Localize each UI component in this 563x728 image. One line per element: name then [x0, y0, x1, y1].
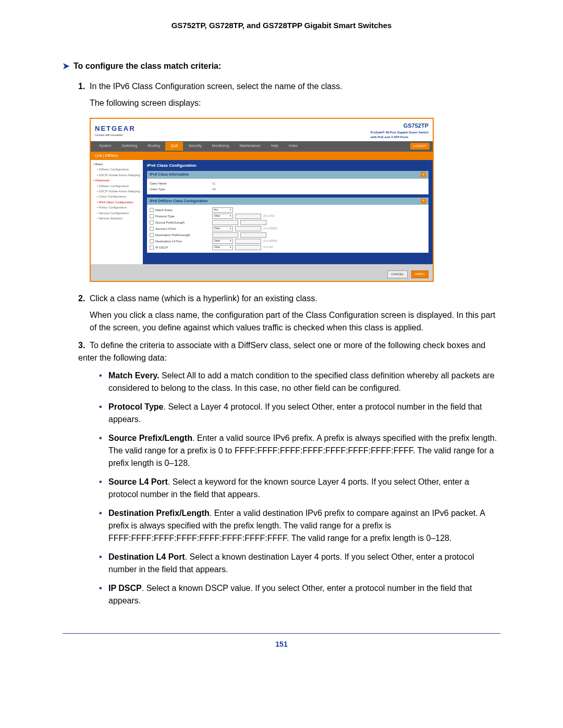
protocol-type-checkbox[interactable] — [150, 214, 154, 218]
ss-content: IPv6 Class Configuration IPv6 Class Info… — [143, 160, 433, 264]
ss-body: • Basic • Diffserv Configuration • DSCP … — [91, 160, 433, 264]
ip-dscp-select[interactable]: Other▾ — [212, 245, 233, 250]
side-service-cfg[interactable]: • Service Configuration — [91, 211, 143, 216]
tab-system[interactable]: System — [94, 142, 116, 151]
page-number: 151 — [63, 633, 500, 648]
dst-prefix-input2[interactable] — [240, 232, 266, 238]
logout-button[interactable]: LOGOUT — [410, 143, 430, 150]
side-basic[interactable]: • Basic — [91, 162, 143, 167]
model-name: GS752TP — [371, 121, 429, 130]
panel1-body: Class Name c1 Class Type All — [147, 179, 429, 194]
ip-dscp-checkbox[interactable] — [150, 245, 154, 250]
dst-l4-input[interactable] — [235, 239, 261, 244]
tab-index[interactable]: Index — [284, 142, 303, 151]
tab-switching[interactable]: Switching — [116, 142, 142, 151]
netgear-logo: NETGEAR — [95, 124, 136, 134]
panel-diffserv-cfg: IPv6 DiffServ Class Configuration ? Matc… — [147, 198, 429, 253]
side-ipv6-class-cfg[interactable]: • IPv6 Class Configuration — [91, 200, 143, 205]
help-icon[interactable]: ? — [421, 172, 426, 177]
panel2-head: IPv6 DiffServ Class Configuration ? — [147, 198, 429, 205]
side-policy-cfg[interactable]: • Policy Configuration — [91, 205, 143, 210]
dst-l4-checkbox[interactable] — [150, 239, 154, 243]
tab-qos[interactable]: QoS — [165, 142, 183, 151]
row-dst-prefix: Destination Prefix/Length — [150, 232, 426, 238]
src-l4-input[interactable] — [235, 226, 261, 231]
tab-monitoring[interactable]: Monitoring — [207, 142, 235, 151]
protocol-type-input[interactable] — [235, 214, 261, 219]
panel1-title: IPv6 Class Information — [150, 172, 189, 178]
side-diffserv-cfg2[interactable]: • Diffserv Configuration — [91, 183, 143, 189]
src-prefix-input1[interactable] — [212, 220, 238, 225]
ss-sidebar: • Basic • Diffserv Configuration • DSCP … — [91, 160, 143, 264]
tab-routing[interactable]: Routing — [142, 142, 165, 151]
bullet-ip-dscp: IP DSCP. Select a known DSCP value. If y… — [99, 582, 500, 607]
row-protocol-type: Protocol Type Other▾ (0 to 255) — [150, 214, 426, 219]
panel2-title: IPv6 DiffServ Class Configuration — [150, 199, 208, 204]
dst-prefix-checkbox[interactable] — [150, 233, 154, 237]
dst-l4-select[interactable]: Other▾ — [212, 239, 233, 244]
tab-maintenance[interactable]: Maintenance — [234, 142, 265, 151]
row-class-name: Class Name c1 — [150, 181, 426, 186]
src-prefix-checkbox[interactable] — [150, 220, 154, 225]
chevron-down-icon: ▾ — [230, 245, 231, 250]
step-number: 3. — [78, 339, 90, 352]
content-title: IPv6 Class Configuration — [147, 163, 429, 169]
step-para: When you click a class name, the configu… — [90, 309, 500, 334]
step-number: 1. — [78, 80, 90, 93]
ss-model-block: GS752TP ProSafe® 48-Port Gigabit Smart S… — [371, 121, 429, 140]
arrow-icon: ➤ — [63, 61, 69, 70]
step-text: In the IPv6 Class Configuration screen, … — [90, 82, 342, 91]
dst-l4-label: Destination L4 Port — [150, 239, 212, 244]
screenshot-container: NETGEAR Connect with Innovation GS752TP … — [90, 118, 500, 282]
src-l4-hint: (0 to 65535) — [263, 227, 277, 231]
protocol-type-label: Protocol Type — [150, 214, 212, 219]
bullet-list: Match Every. Select All to add a match c… — [99, 369, 500, 607]
side-class-cfg[interactable]: • Class Configuration — [91, 194, 143, 199]
src-l4-checkbox[interactable] — [150, 227, 154, 231]
match-every-select[interactable]: Any▾ — [212, 207, 233, 213]
bullet-source-prefix: Source Prefix/Length. Enter a valid sour… — [99, 432, 500, 470]
ss-subtabs: CoS | DiffServ — [91, 152, 433, 161]
side-dscp-violate2[interactable]: • DSCP Violate Action Mapping — [91, 189, 143, 194]
side-diffserv-cfg[interactable]: • Diffserv Configuration — [91, 167, 143, 172]
side-advanced[interactable]: • Advanced — [91, 178, 143, 183]
ss-topbar: NETGEAR Connect with Innovation GS752TP … — [91, 119, 433, 141]
bullet-dest-prefix: Destination Prefix/Length. Enter a valid… — [99, 507, 500, 545]
src-prefix-input2[interactable] — [240, 220, 266, 225]
procedure-title-text: To configure the class match criteria: — [74, 61, 221, 70]
row-match-every: Match Every Any▾ — [150, 207, 426, 213]
protocol-type-hint: (0 to 255) — [263, 214, 274, 218]
panel2-body: Match Every Any▾ Protocol Type Other▾ (0… — [147, 205, 429, 253]
src-l4-label: Source L4 Port — [150, 227, 212, 231]
ss-footer: CANCEL APPLY — [91, 264, 433, 281]
bullet-dest-l4: Destination L4 Port. Select a known dest… — [99, 551, 500, 576]
bullet-match-every: Match Every. Select All to add a match c… — [99, 369, 500, 394]
subtab-links[interactable]: CoS | DiffServ — [95, 154, 118, 157]
step-para: The following screen displays: — [90, 97, 500, 109]
row-src-l4: Source L4 Port Other▾ (0 to 65535) — [150, 226, 426, 231]
logo-subtitle: Connect with Innovation — [95, 133, 136, 138]
step-1: 1.In the IPv6 Class Configuration screen… — [78, 80, 500, 282]
ip-dscp-hint: (0 to 63) — [263, 245, 273, 250]
apply-button[interactable]: APPLY — [411, 270, 429, 278]
match-every-checkbox[interactable] — [150, 208, 154, 212]
help-icon[interactable]: ? — [421, 199, 426, 204]
document-page: GS752TP, GS728TP, and GS728TPP Gigabit S… — [0, 0, 563, 664]
src-prefix-label: Source Prefix/Length — [150, 220, 212, 225]
ip-dscp-input[interactable] — [235, 245, 261, 250]
class-name-value: c1 — [212, 181, 215, 186]
dst-prefix-input1[interactable] — [212, 232, 238, 238]
cancel-button[interactable]: CANCEL — [387, 270, 407, 278]
ss-main-tabs: System Switching Routing QoS Security Mo… — [91, 141, 433, 152]
step-text: Click a class name (which is a hyperlink… — [90, 294, 317, 303]
step-2: 2.Click a class name (which is a hyperli… — [78, 292, 500, 334]
class-type-value: All — [212, 187, 216, 192]
src-l4-select[interactable]: Other▾ — [212, 226, 233, 231]
side-dscp-violate[interactable]: • DSCP Violate Action Mapping — [91, 172, 143, 178]
tab-help[interactable]: Help — [266, 142, 284, 151]
side-service-stats[interactable]: • Service Statistics — [91, 216, 143, 221]
steps-list: 1.In the IPv6 Class Configuration screen… — [63, 80, 500, 607]
protocol-type-select[interactable]: Other▾ — [212, 214, 233, 219]
tab-security[interactable]: Security — [183, 142, 206, 151]
bullet-protocol-type: Protocol Type. Select a Layer 4 protocol… — [99, 401, 500, 426]
